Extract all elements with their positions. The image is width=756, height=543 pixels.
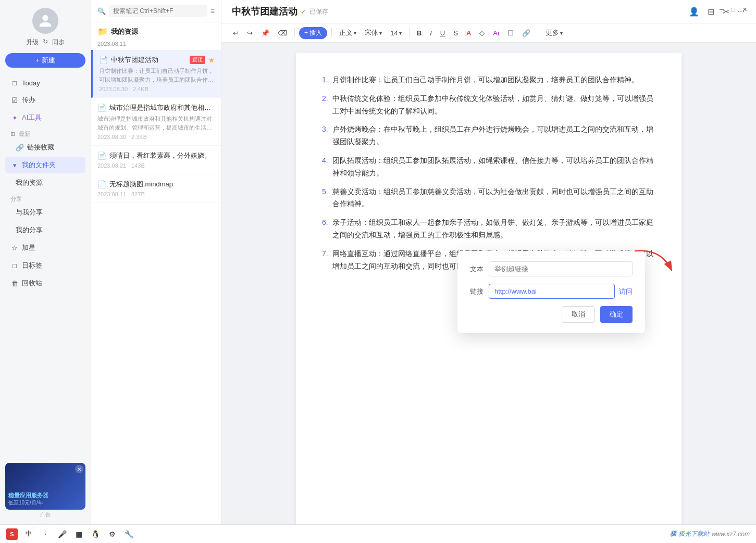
content-list: 1. 月饼制作比赛：让员工们自己动手制作月饼，可以增加团队凝聚力，培养员工的团队… xyxy=(322,74,655,272)
ad-close-button[interactable]: ✕ xyxy=(75,465,83,473)
sidebar-item-tags[interactable]: □ 日标签 xyxy=(5,257,85,274)
fontsize-button[interactable]: 14 ▾ xyxy=(387,28,404,39)
list-num-2: 2. xyxy=(322,93,332,118)
file-item-header-4: 📄 无标题脑图.mindmap xyxy=(97,180,215,189)
user-share-icon[interactable]: 👤 xyxy=(688,6,700,18)
sidebar: 升级 ↻ 同步 + 新建 □ Today ☑ 传办 ✦ AI工具 ⊞ 最新 🔗 … xyxy=(0,0,91,543)
list-content-2: 中秋传统文化体验：组织员工参加中秋传统文化体验活动，如赏月、猜灯谜、做灯笼等，可… xyxy=(332,93,655,118)
more-button[interactable]: 更多 ▾ xyxy=(542,27,566,39)
dialog-link-input[interactable] xyxy=(489,284,615,299)
list-content-1: 月饼制作比赛：让员工们自己动手制作月饼，可以增加团队凝聚力，培养员工的团队合作精… xyxy=(332,74,655,86)
folder-date: 2023.08.11 xyxy=(91,41,221,50)
taskbar-right: 极 极光下载站 www.xz7.com xyxy=(670,529,750,538)
file-meta-2: 2023.08.30 2.3KB xyxy=(97,134,215,140)
sidebar-item-today[interactable]: □ Today xyxy=(5,75,85,91)
folder-icon: 📁 xyxy=(97,27,108,36)
file-date: 2023.08.30 xyxy=(99,86,128,92)
user-actions: 升级 ↻ 同步 xyxy=(26,38,65,47)
saved-text: 已保存 xyxy=(309,7,328,16)
list-item-4: 4. 团队拓展活动：组织员工参加团队拓展活动，如绳索课程、信任接力等，可以培养员… xyxy=(322,155,655,180)
file-item-city-gov[interactable]: 📄 城市治理是指城市政府和其他相关机构通... 城市治理是指城市政府和其他相关机… xyxy=(91,98,221,146)
sidebar-item-shared-with-me[interactable]: 与我分享 xyxy=(5,204,85,221)
checkbox-button[interactable]: ☐ xyxy=(504,28,517,39)
sidebar-item-bookmarks[interactable]: 🔗 链接收藏 xyxy=(5,139,85,156)
sidebar-label-inbox: 传办 xyxy=(22,95,35,105)
list-content-6: 亲子活动：组织员工和家人一起参加亲子活动，如做月饼、做灯笼、亲子游戏等，可以增进… xyxy=(332,217,655,242)
italic-button[interactable]: I xyxy=(427,28,435,39)
sidebar-item-ai[interactable]: ✦ AI工具 xyxy=(5,109,85,126)
strikethrough-button[interactable]: S xyxy=(450,28,461,39)
sidebar-label-today: Today xyxy=(22,79,40,87)
link-button[interactable]: 🔗 xyxy=(519,28,534,39)
align-button[interactable]: 正文 ▾ xyxy=(336,27,360,39)
file-item-header: 📄 中秋节团建活动 置顶 ★ xyxy=(99,55,215,65)
dialog-confirm-button[interactable]: 确定 xyxy=(600,306,633,323)
dialog-link-row: 链接 访问 xyxy=(470,284,633,299)
file-badge-top: 置顶 xyxy=(190,56,205,64)
taskbar-icon-chinese[interactable]: 中 xyxy=(23,528,34,540)
taskbar-icon-grid[interactable]: ▦ xyxy=(73,528,84,540)
file-date-2: 2023.08.30 xyxy=(97,134,126,140)
section-share: 分享 xyxy=(5,192,85,204)
file-item-mid-autumn[interactable]: 📄 中秋节团建活动 置顶 ★ 月饼制作比赛：让员工们自己动手制作月饼，可以增加团… xyxy=(91,50,221,98)
sidebar-label-myresources: 我的资源 xyxy=(16,178,43,187)
close-button[interactable]: ✕ xyxy=(739,4,750,15)
sync-link[interactable]: 同步 xyxy=(52,38,65,47)
file-list: 📄 中秋节团建活动 置顶 ★ 月饼制作比赛：让员工们自己动手制作月饼，可以增加团… xyxy=(91,50,221,526)
formula-button[interactable]: Ai xyxy=(490,28,502,39)
sidebar-item-my-share[interactable]: 我的分享 xyxy=(5,222,85,238)
toolbar: ↩ ↪ 📌 ⌫ + 插入 正文 ▾ 宋体 ▾ 14 ▾ B I U S A ◇ … xyxy=(221,23,756,43)
new-button[interactable]: + 新建 xyxy=(5,53,85,68)
editor-content-area[interactable]: 1. 月饼制作比赛：让员工们自己动手制作月饼，可以增加团队凝聚力，培养员工的团队… xyxy=(221,43,756,543)
avatar xyxy=(32,8,58,34)
ad-title: 稳量应用服务器 xyxy=(8,491,48,499)
minimize-button[interactable]: ─ xyxy=(716,4,727,15)
sidebar-item-trash[interactable]: 🗑 回收站 xyxy=(5,275,85,292)
dialog-cancel-button[interactable]: 取消 xyxy=(562,306,595,323)
trash-icon: 🗑 xyxy=(10,279,19,287)
file-size-4: 827B xyxy=(131,191,145,197)
file-size-3: 143B xyxy=(131,162,145,169)
watermark-url: www.xz7.com xyxy=(712,531,750,538)
taskbar-icon-tools[interactable]: 🔧 xyxy=(123,528,134,540)
search-bar: 🔍 ≡ xyxy=(91,0,221,22)
search-input[interactable] xyxy=(109,5,207,17)
taskbar-icon-penguin[interactable]: 🐧 xyxy=(90,528,101,540)
font-button[interactable]: 宋体 ▾ xyxy=(362,27,385,39)
file-meta-3: 2023.08.21 143B xyxy=(97,162,215,169)
insert-button[interactable]: + 插入 xyxy=(299,27,327,39)
file-preview: 月饼制作比赛：让员工们自己动手制作月饼，可以增加团队凝聚力，培养员工的团队合作精… xyxy=(99,67,215,84)
pin-button[interactable]: 📌 xyxy=(258,28,272,39)
taskbar-icon-s[interactable]: S xyxy=(6,528,18,540)
star-icon: ☆ xyxy=(10,244,19,252)
ai-icon: ✦ xyxy=(10,113,19,122)
maximize-button[interactable]: □ xyxy=(728,4,738,15)
file-title-4: 无标题脑图.mindmap xyxy=(109,180,215,189)
editor-titlebar: 中秋节团建活动 ✓ 已保存 👤 ⊟ ✂ ··· xyxy=(221,0,756,23)
dialog-text-row: 文本 xyxy=(470,261,633,276)
visit-link-button[interactable]: 访问 xyxy=(619,287,633,296)
sidebar-item-starred[interactable]: ☆ 加星 xyxy=(5,239,85,256)
redo-button[interactable]: ↪ xyxy=(244,28,256,39)
sidebar-item-myfiles[interactable]: ▾ 我的文件夹 xyxy=(5,157,85,173)
fontcolor-button[interactable]: A xyxy=(463,28,474,39)
dialog-text-input[interactable] xyxy=(489,261,633,276)
ad-label: 广告 xyxy=(5,511,85,519)
sidebar-label-myfiles: 我的文件夹 xyxy=(22,160,56,170)
sidebar-item-myresources[interactable]: 我的资源 xyxy=(5,174,85,191)
eraser-button[interactable]: ⌫ xyxy=(275,28,290,39)
bold-button[interactable]: B xyxy=(414,28,425,39)
taskbar-icon-dot[interactable]: · xyxy=(40,528,51,540)
upgrade-link[interactable]: 升级 xyxy=(26,38,39,47)
file-item-sunny[interactable]: 📄 须晴日，看红装素裹，分外妖娆。 2023.08.21 143B xyxy=(91,146,221,174)
taskbar-icon-mic[interactable]: 🎤 xyxy=(56,528,68,540)
sidebar-item-inbox[interactable]: ☑ 传办 xyxy=(5,92,85,108)
taskbar-icon-settings[interactable]: ⚙ xyxy=(106,528,118,540)
list-num-7: 7. xyxy=(322,248,332,273)
file-item-mindmap[interactable]: 📄 无标题脑图.mindmap 2023.08.11 827B xyxy=(91,174,221,203)
undo-button[interactable]: ↩ xyxy=(230,28,242,39)
underline-button[interactable]: U xyxy=(437,28,448,39)
list-menu-icon[interactable]: ≡ xyxy=(210,7,215,15)
taskbar: S 中 · 🎤 ▦ 🐧 ⚙ 🔧 极 极光下载站 www.xz7.com xyxy=(0,524,756,543)
highlight-button[interactable]: ◇ xyxy=(476,28,488,39)
